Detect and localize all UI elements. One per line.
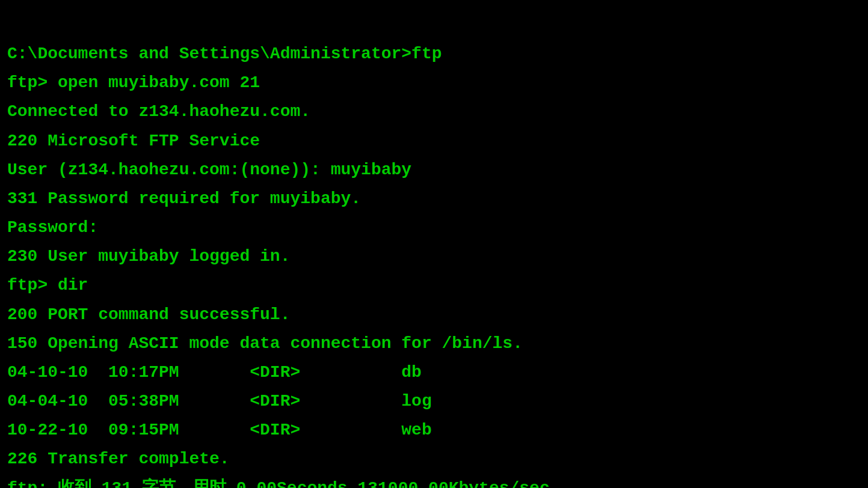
line-prompt-ftp: C:\Documents and Settings\Administrator>… [7, 40, 861, 69]
terminal-window[interactable]: C:\Documents and Settings\Administrator>… [0, 0, 868, 488]
line-dir1: 04-10-10 10:17PM <DIR> db [7, 358, 861, 387]
line-ftp-stat: ftp: 收到 131 字节，用时 0.00Seconds 131000.00K… [7, 474, 861, 489]
line-open: ftp> open muyibaby.com 21 [7, 69, 861, 97]
line-150: 150 Opening ASCII mode data connection f… [7, 329, 861, 358]
line-230: 230 User muyibaby logged in. [7, 242, 861, 271]
line-dir2: 04-04-10 05:38PM <DIR> log [7, 387, 861, 416]
line-password: Password: [7, 213, 861, 242]
line-dir: ftp> dir [7, 271, 861, 300]
line-220: 220 Microsoft FTP Service [7, 127, 861, 156]
line-226: 226 Transfer complete. [7, 445, 861, 474]
line-331: 331 Password required for muyibaby. [7, 185, 861, 213]
line-dir3: 10-22-10 09:15PM <DIR> web [7, 416, 861, 445]
line-user: User (z134.haohezu.com:(none)): muyibaby [7, 156, 861, 185]
line-connected: Connected to z134.haohezu.com. [7, 97, 861, 126]
line-200: 200 PORT command successful. [7, 300, 861, 329]
